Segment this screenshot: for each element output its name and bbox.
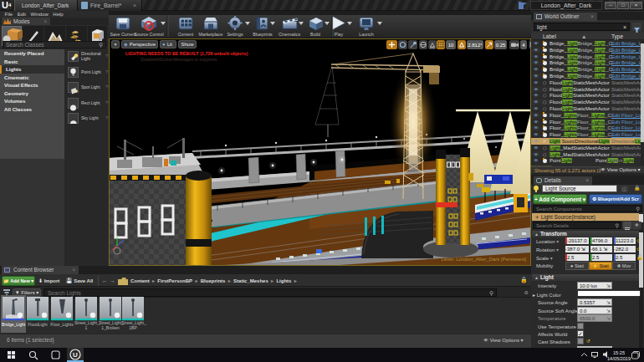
svg-text:Play: Play xyxy=(335,32,344,37)
svg-text:Cinematics: Cinematics xyxy=(279,32,301,37)
svg-text:Save Current: Save Current xyxy=(110,32,136,37)
svg-text:Build: Build xyxy=(310,32,320,37)
svg-text:2.812°: 2.812° xyxy=(468,43,483,48)
svg-text:Marketplace: Marketplace xyxy=(199,32,223,37)
svg-text:15:25: 15:25 xyxy=(613,350,625,355)
svg-text:10: 10 xyxy=(448,43,454,48)
svg-text:14/05/2019: 14/05/2019 xyxy=(607,356,631,361)
svg-text:Source Control: Source Control xyxy=(134,32,163,37)
svg-text:Launch: Launch xyxy=(359,32,373,37)
svg-text:Settings: Settings xyxy=(227,32,243,37)
svg-text:Level: London_After_Dark [Pers: Level: London_After_Dark [Persistent] xyxy=(442,257,527,262)
svg-text:Blueprints: Blueprints xyxy=(253,32,273,37)
svg-text:0.25: 0.25 xyxy=(496,43,506,48)
svg-text:U: U xyxy=(73,351,78,359)
svg-text:Content: Content xyxy=(178,32,194,37)
